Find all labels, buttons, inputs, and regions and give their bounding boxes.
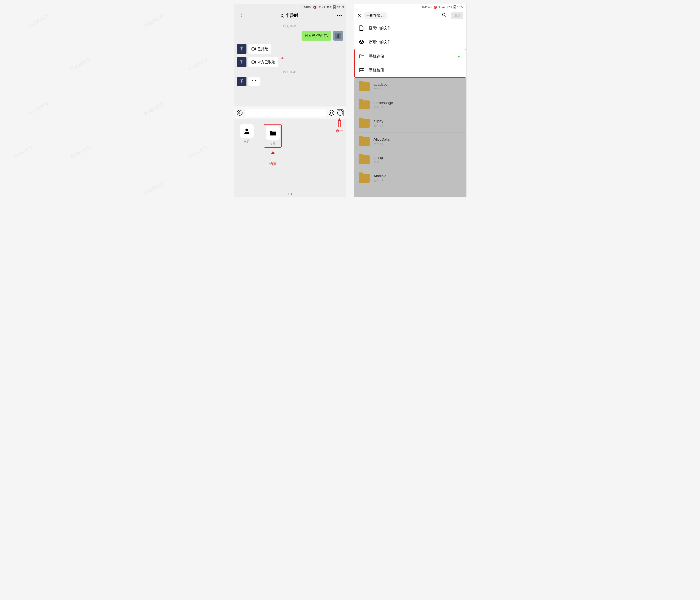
folder-item[interactable]: Android文件：9 (354, 169, 466, 188)
wifi-icon (318, 5, 321, 9)
svg-rect-27 (445, 6, 445, 8)
unread-dot-icon (281, 57, 283, 59)
status-bar: 0.41K/s 🔇 42% 13:58 (354, 4, 466, 10)
svg-rect-2 (324, 6, 324, 8)
folder-meta: 文件：5 (374, 160, 383, 164)
message-bubble[interactable]: 已拒绝 (248, 44, 271, 54)
source-favorite-files[interactable]: 收藏中的文件 (354, 35, 466, 49)
timestamp: 昨天 16:02 (237, 25, 343, 28)
breadcrumb-label: 手机存储 (367, 13, 380, 18)
folder-item[interactable]: amap文件：5 (354, 151, 466, 169)
attach-plus-button[interactable] (337, 109, 344, 116)
avatar[interactable] (333, 31, 343, 41)
chevron-up-icon: ︿ (381, 13, 384, 18)
send-button[interactable]: 发送 (451, 12, 463, 19)
svg-point-9 (338, 34, 339, 36)
folder-name: AlivcData (374, 137, 390, 142)
battery-percent: 42% (447, 5, 452, 9)
watermark: 职场科技范 (143, 180, 165, 196)
video-icon (251, 60, 256, 64)
svg-rect-33 (360, 69, 364, 72)
message-bubble[interactable]: ^_^ (248, 77, 260, 86)
highlighted-sources: 手机存储 ✓ 手机相册 (354, 49, 466, 78)
watermark: 职场科技范 (187, 57, 209, 73)
watermark: 职场科技范 (187, 144, 209, 160)
watermark: 职场科技范 (28, 100, 50, 117)
file-picker-header: ✕ 手机存储 ︿ 发送 (354, 10, 466, 21)
more-icon[interactable]: ••• (337, 13, 342, 18)
source-phone-album[interactable]: 手机相册 (355, 63, 466, 77)
folder-icon (359, 174, 370, 183)
source-label: 聊天中的文件 (369, 25, 391, 31)
file-icon (359, 25, 364, 31)
source-list: 聊天中的文件 收藏中的文件 手机存储 ✓ 手机相册 (354, 21, 466, 78)
voice-icon[interactable] (236, 109, 243, 116)
avatar[interactable] (237, 77, 247, 86)
signal-icon (442, 5, 446, 9)
message-bubble[interactable]: 对方已拒绝 (302, 31, 331, 41)
close-icon[interactable]: ✕ (357, 13, 361, 18)
file-picker-screen: 0.41K/s 🔇 42% 13:58 ✕ 手机存储 ︿ 发送 聊天中的文件 (354, 4, 467, 197)
svg-point-17 (329, 110, 334, 116)
svg-rect-26 (444, 6, 444, 8)
folder-item[interactable]: acadsoc文件：3 (354, 78, 466, 96)
folder-name: alipay (374, 119, 383, 123)
watermark: 职场科技范 (28, 13, 50, 29)
search-icon[interactable] (442, 12, 447, 19)
message-bubble[interactable]: 对方已取消 (248, 57, 278, 67)
folder-name: Android (374, 174, 387, 178)
watermark: 职场科技范 (143, 100, 165, 117)
chat-screen: 0.01K/s 🔇 42% 13:59 〈 灯半昏时 ••• 昨天 16:02 … (234, 4, 346, 197)
svg-point-31 (442, 13, 445, 16)
clock: 13:59 (337, 5, 344, 9)
chat-messages[interactable]: 昨天 16:02 对方已拒绝 已拒绝 (234, 21, 346, 106)
folder-item[interactable]: AlivcData文件：1 (354, 132, 466, 151)
watermark: 职场科技范 (143, 13, 165, 29)
back-icon[interactable]: 〈 (238, 12, 243, 19)
attach-card[interactable]: 名片 (240, 124, 254, 148)
message-text: 已拒绝 (257, 47, 268, 51)
folder-list-scrim[interactable]: acadsoc文件：3airmessage文件：1alipay文件：1Alivc… (354, 78, 466, 197)
folder-item[interactable]: airmessage文件：1 (354, 96, 466, 114)
watermark: 职场科技范 (70, 144, 92, 160)
attach-file[interactable]: 文件 (264, 124, 282, 148)
message-out: 对方已拒绝 (237, 31, 343, 41)
folder-name: acadsoc (374, 82, 388, 87)
svg-point-23 (245, 128, 248, 131)
folder-meta: 文件：3 (374, 88, 388, 91)
message-in: 已拒绝 (237, 44, 343, 54)
signal-icon (322, 5, 325, 9)
svg-rect-24 (442, 7, 443, 8)
source-phone-storage[interactable]: 手机存储 ✓ (355, 49, 466, 63)
folder-item[interactable]: alipay文件：1 (354, 114, 466, 132)
avatar[interactable] (237, 57, 247, 67)
message-text: 对方已取消 (257, 60, 275, 65)
battery-percent: 42% (326, 5, 332, 9)
breadcrumb-dropdown[interactable]: 手机存储 ︿ (364, 12, 387, 19)
watermark: 职场科技范 (70, 57, 92, 73)
network-speed: 0.01K/s (302, 5, 311, 9)
svg-point-19 (332, 112, 332, 112)
video-icon (251, 47, 256, 51)
svg-rect-10 (337, 36, 339, 39)
source-chat-files[interactable]: 聊天中的文件 (354, 21, 466, 35)
attach-label: 名片 (244, 140, 250, 144)
battery-icon (333, 5, 335, 9)
folder-icon (359, 100, 370, 109)
message-input[interactable] (245, 109, 326, 117)
annotation-click: 点击 (336, 118, 343, 133)
battery-icon (453, 5, 456, 9)
svg-rect-3 (324, 6, 325, 8)
svg-rect-14 (252, 61, 254, 64)
source-label: 收藏中的文件 (369, 40, 391, 45)
folder-icon (359, 82, 370, 91)
emoji-icon[interactable] (328, 109, 335, 116)
mute-icon: 🔇 (313, 5, 317, 9)
avatar[interactable] (237, 44, 247, 54)
folder-meta: 文件：1 (374, 142, 390, 146)
message-in: ^_^ (237, 77, 343, 86)
message-in: 对方已取消 (237, 57, 343, 67)
watermark: 职场科技范 (12, 144, 34, 160)
svg-point-16 (237, 110, 242, 116)
folder-meta: 文件：1 (374, 106, 393, 109)
